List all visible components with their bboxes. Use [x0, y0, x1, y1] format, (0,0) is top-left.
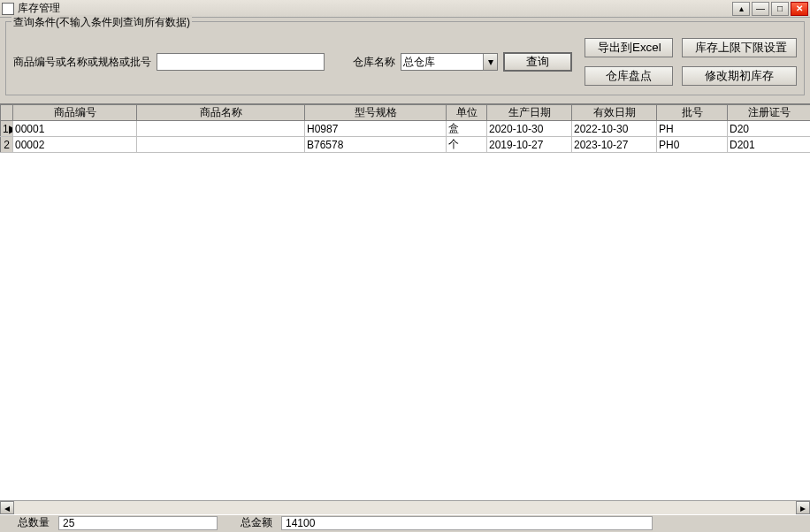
window-icon	[2, 3, 14, 15]
warehouse-combo[interactable]: 总仓库 ▾	[401, 53, 498, 71]
cell-unit[interactable]: 盒	[447, 121, 487, 137]
col-product-name[interactable]: 商品名称	[137, 105, 305, 121]
cell-code[interactable]: 00001	[13, 121, 137, 137]
filter-legend: 查询条件(不输入条件则查询所有数据)	[11, 15, 192, 30]
scroll-track[interactable]	[14, 501, 796, 514]
col-unit[interactable]: 单位	[447, 105, 487, 121]
cell-reg[interactable]: D201	[728, 137, 811, 153]
value-total-amount: 14100	[281, 516, 653, 530]
cell-batch[interactable]: PH	[657, 121, 728, 137]
table-header-row: 商品编号 商品名称 型号规格 单位 生产日期 有效日期 批号 注册证号	[1, 105, 811, 121]
label-warehouse: 仓库名称	[353, 55, 395, 70]
cell-unit[interactable]: 个	[447, 137, 487, 153]
cell-name[interactable]	[137, 121, 305, 137]
scroll-left-button[interactable]: ◂	[0, 501, 14, 514]
window-title: 库存管理	[18, 1, 730, 16]
restore-up-button[interactable]: ▴	[732, 2, 750, 16]
horizontal-scrollbar[interactable]: ◂ ▸	[0, 500, 810, 514]
col-produce-date[interactable]: 生产日期	[487, 105, 572, 121]
table-row[interactable]: 1▶00001H0987盒2020-10-302022-10-30PH D20	[1, 121, 811, 137]
cell-pdate[interactable]: 2019-10-27	[487, 137, 572, 153]
stock-limits-button[interactable]: 库存上限下限设置	[682, 38, 797, 57]
row-header-corner	[1, 105, 13, 121]
cell-edate[interactable]: 2023-10-27	[572, 137, 657, 153]
cell-name[interactable]	[137, 137, 305, 153]
status-bar: 总数量 25 总金额 14100	[0, 514, 810, 530]
row-indicator: 1▶	[1, 121, 13, 137]
minimize-button[interactable]: —	[752, 2, 769, 16]
query-button[interactable]: 查询	[503, 52, 572, 72]
row-indicator: 2	[1, 137, 13, 153]
cell-spec[interactable]: B76578	[305, 137, 447, 153]
label-product-code: 商品编号或名称或规格或批号	[13, 55, 151, 70]
cell-reg[interactable]: D20	[728, 121, 811, 137]
label-total-qty: 总数量	[0, 515, 58, 530]
col-product-code[interactable]: 商品编号	[13, 105, 137, 121]
search-input[interactable]	[157, 53, 325, 71]
label-total-amount: 总金额	[223, 515, 281, 530]
col-reg-no[interactable]: 注册证号	[728, 105, 811, 121]
col-batch[interactable]: 批号	[657, 105, 728, 121]
cell-pdate[interactable]: 2020-10-30	[487, 121, 572, 137]
modify-initial-stock-button[interactable]: 修改期初库存	[682, 66, 797, 86]
inventory-check-button[interactable]: 仓库盘点	[585, 66, 673, 86]
value-total-qty: 25	[58, 516, 218, 530]
cell-edate[interactable]: 2022-10-30	[572, 121, 657, 137]
cell-code[interactable]: 00002	[13, 137, 137, 153]
close-button[interactable]: ✕	[791, 2, 808, 16]
table-row[interactable]: 200002B76578个2019-10-272023-10-27PH0 D20…	[1, 137, 811, 153]
export-excel-button[interactable]: 导出到Excel	[585, 38, 673, 57]
cell-batch[interactable]: PH0	[657, 137, 728, 153]
chevron-down-icon: ▾	[483, 54, 497, 70]
filter-panel: 查询条件(不输入条件则查询所有数据) 商品编号或名称或规格或批号 仓库名称 总仓…	[5, 21, 805, 95]
col-spec[interactable]: 型号规格	[305, 105, 447, 121]
col-expire-date[interactable]: 有效日期	[572, 105, 657, 121]
data-grid[interactable]: 商品编号 商品名称 型号规格 单位 生产日期 有效日期 批号 注册证号 1▶00…	[0, 103, 810, 500]
scroll-right-button[interactable]: ▸	[796, 501, 810, 514]
maximize-button[interactable]: □	[771, 2, 789, 16]
cell-spec[interactable]: H0987	[305, 121, 447, 137]
warehouse-value: 总仓库	[403, 55, 435, 70]
